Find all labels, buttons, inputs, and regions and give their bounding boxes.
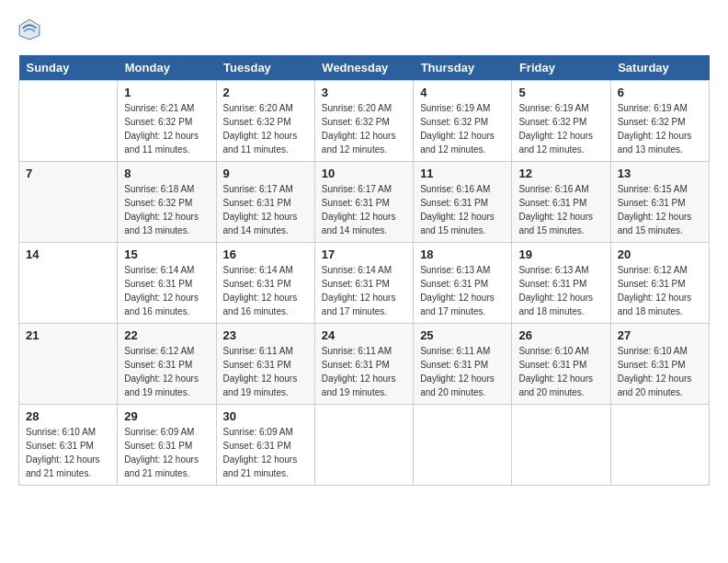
calendar-cell: 10Sunrise: 6:17 AM Sunset: 6:31 PM Dayli… [314, 162, 413, 243]
day-number: 18 [420, 247, 505, 261]
day-info: Sunrise: 6:14 AM Sunset: 6:31 PM Dayligh… [124, 263, 209, 318]
calendar-cell: 19Sunrise: 6:13 AM Sunset: 6:31 PM Dayli… [512, 243, 610, 324]
calendar-cell: 18Sunrise: 6:13 AM Sunset: 6:31 PM Dayli… [414, 243, 512, 324]
calendar-cell: 29Sunrise: 6:09 AM Sunset: 6:31 PM Dayli… [118, 405, 216, 486]
calendar-week-4: 28Sunrise: 6:10 AM Sunset: 6:31 PM Dayli… [19, 405, 710, 486]
day-info: Sunrise: 6:10 AM Sunset: 6:31 PM Dayligh… [618, 344, 702, 399]
calendar-table: SundayMondayTuesdayWednesdayThursdayFrid… [18, 55, 710, 486]
day-number: 23 [223, 328, 308, 342]
day-info: Sunrise: 6:17 AM Sunset: 6:31 PM Dayligh… [322, 182, 406, 237]
calendar-cell: 5Sunrise: 6:19 AM Sunset: 6:32 PM Daylig… [512, 81, 610, 162]
col-header-sunday: Sunday [19, 55, 118, 81]
calendar-cell: 12Sunrise: 6:16 AM Sunset: 6:31 PM Dayli… [512, 162, 610, 243]
day-info: Sunrise: 6:09 AM Sunset: 6:31 PM Dayligh… [124, 425, 209, 480]
day-number: 30 [223, 409, 308, 423]
calendar-cell: 17Sunrise: 6:14 AM Sunset: 6:31 PM Dayli… [314, 243, 413, 324]
calendar-week-0: 1Sunrise: 6:21 AM Sunset: 6:32 PM Daylig… [19, 81, 710, 162]
calendar-cell: 25Sunrise: 6:11 AM Sunset: 6:31 PM Dayli… [414, 324, 512, 405]
day-info: Sunrise: 6:11 AM Sunset: 6:31 PM Dayligh… [223, 344, 308, 399]
day-info: Sunrise: 6:13 AM Sunset: 6:31 PM Dayligh… [420, 263, 505, 318]
calendar-cell: 6Sunrise: 6:19 AM Sunset: 6:32 PM Daylig… [610, 81, 709, 162]
calendar-cell: 26Sunrise: 6:10 AM Sunset: 6:31 PM Dayli… [512, 324, 610, 405]
day-info: Sunrise: 6:12 AM Sunset: 6:31 PM Dayligh… [618, 263, 702, 318]
calendar-cell: 30Sunrise: 6:09 AM Sunset: 6:31 PM Dayli… [216, 405, 314, 486]
day-info: Sunrise: 6:14 AM Sunset: 6:31 PM Dayligh… [322, 263, 406, 318]
day-number: 29 [124, 409, 209, 423]
day-number: 26 [518, 328, 603, 342]
calendar-cell: 15Sunrise: 6:14 AM Sunset: 6:31 PM Dayli… [118, 243, 216, 324]
day-number: 3 [322, 86, 406, 99]
day-info: Sunrise: 6:21 AM Sunset: 6:32 PM Dayligh… [124, 101, 209, 156]
calendar-cell: 8Sunrise: 6:18 AM Sunset: 6:32 PM Daylig… [118, 162, 216, 243]
day-info: Sunrise: 6:19 AM Sunset: 6:32 PM Dayligh… [618, 101, 702, 156]
calendar-cell: 13Sunrise: 6:15 AM Sunset: 6:31 PM Dayli… [610, 162, 709, 243]
day-info: Sunrise: 6:12 AM Sunset: 6:31 PM Dayligh… [124, 344, 209, 399]
logo-icon [18, 18, 40, 40]
col-header-monday: Monday [118, 55, 216, 81]
day-number: 12 [518, 167, 603, 180]
day-number: 21 [26, 328, 110, 342]
calendar-week-3: 2122Sunrise: 6:12 AM Sunset: 6:31 PM Day… [19, 324, 710, 405]
day-number: 6 [618, 86, 702, 99]
calendar-cell [414, 405, 512, 486]
day-number: 4 [420, 86, 505, 99]
calendar-cell: 22Sunrise: 6:12 AM Sunset: 6:31 PM Dayli… [118, 324, 216, 405]
day-info: Sunrise: 6:14 AM Sunset: 6:31 PM Dayligh… [223, 263, 308, 318]
calendar-cell: 3Sunrise: 6:20 AM Sunset: 6:32 PM Daylig… [314, 81, 413, 162]
calendar-cell: 28Sunrise: 6:10 AM Sunset: 6:31 PM Dayli… [19, 405, 118, 486]
day-number: 15 [124, 247, 209, 261]
day-number: 5 [518, 86, 603, 99]
col-header-thursday: Thursday [414, 55, 512, 81]
day-number: 7 [26, 167, 110, 180]
calendar-week-2: 1415Sunrise: 6:14 AM Sunset: 6:31 PM Day… [19, 243, 710, 324]
calendar-cell: 11Sunrise: 6:16 AM Sunset: 6:31 PM Dayli… [414, 162, 512, 243]
calendar-cell: 20Sunrise: 6:12 AM Sunset: 6:31 PM Dayli… [610, 243, 709, 324]
logo [18, 18, 44, 40]
day-number: 17 [322, 247, 406, 261]
day-info: Sunrise: 6:10 AM Sunset: 6:31 PM Dayligh… [26, 425, 110, 480]
day-number: 13 [618, 167, 702, 180]
day-info: Sunrise: 6:19 AM Sunset: 6:32 PM Dayligh… [518, 101, 603, 156]
calendar-cell: 24Sunrise: 6:11 AM Sunset: 6:31 PM Dayli… [314, 324, 413, 405]
calendar-cell: 7 [19, 162, 118, 243]
col-header-wednesday: Wednesday [314, 55, 413, 81]
page-header [18, 18, 710, 40]
day-number: 28 [26, 409, 110, 423]
day-info: Sunrise: 6:17 AM Sunset: 6:31 PM Dayligh… [223, 182, 308, 237]
day-info: Sunrise: 6:11 AM Sunset: 6:31 PM Dayligh… [322, 344, 406, 399]
calendar-cell: 27Sunrise: 6:10 AM Sunset: 6:31 PM Dayli… [610, 324, 709, 405]
day-info: Sunrise: 6:15 AM Sunset: 6:31 PM Dayligh… [618, 182, 702, 237]
calendar-cell: 16Sunrise: 6:14 AM Sunset: 6:31 PM Dayli… [216, 243, 314, 324]
calendar-cell: 1Sunrise: 6:21 AM Sunset: 6:32 PM Daylig… [118, 81, 216, 162]
day-number: 19 [518, 247, 603, 261]
day-number: 24 [322, 328, 406, 342]
day-number: 14 [26, 247, 110, 261]
col-header-friday: Friday [512, 55, 610, 81]
day-info: Sunrise: 6:16 AM Sunset: 6:31 PM Dayligh… [420, 182, 505, 237]
calendar-cell: 14 [19, 243, 118, 324]
day-info: Sunrise: 6:16 AM Sunset: 6:31 PM Dayligh… [518, 182, 603, 237]
calendar-cell: 23Sunrise: 6:11 AM Sunset: 6:31 PM Dayli… [216, 324, 314, 405]
calendar-cell: 4Sunrise: 6:19 AM Sunset: 6:32 PM Daylig… [414, 81, 512, 162]
day-number: 20 [618, 247, 702, 261]
day-number: 1 [124, 86, 209, 99]
col-header-saturday: Saturday [610, 55, 709, 81]
day-info: Sunrise: 6:19 AM Sunset: 6:32 PM Dayligh… [420, 101, 505, 156]
calendar-cell: 9Sunrise: 6:17 AM Sunset: 6:31 PM Daylig… [216, 162, 314, 243]
day-number: 11 [420, 167, 505, 180]
day-info: Sunrise: 6:11 AM Sunset: 6:31 PM Dayligh… [420, 344, 505, 399]
day-number: 27 [618, 328, 702, 342]
day-number: 22 [124, 328, 209, 342]
day-info: Sunrise: 6:20 AM Sunset: 6:32 PM Dayligh… [322, 101, 406, 156]
day-info: Sunrise: 6:10 AM Sunset: 6:31 PM Dayligh… [518, 344, 603, 399]
calendar-week-1: 78Sunrise: 6:18 AM Sunset: 6:32 PM Dayli… [19, 162, 710, 243]
calendar-cell: 21 [19, 324, 118, 405]
calendar-cell [512, 405, 610, 486]
day-number: 2 [223, 86, 308, 99]
calendar-header: SundayMondayTuesdayWednesdayThursdayFrid… [19, 55, 710, 81]
col-header-tuesday: Tuesday [216, 55, 314, 81]
calendar-cell [19, 81, 118, 162]
day-number: 10 [322, 167, 406, 180]
day-info: Sunrise: 6:20 AM Sunset: 6:32 PM Dayligh… [223, 101, 308, 156]
calendar-body: 1Sunrise: 6:21 AM Sunset: 6:32 PM Daylig… [19, 81, 710, 486]
